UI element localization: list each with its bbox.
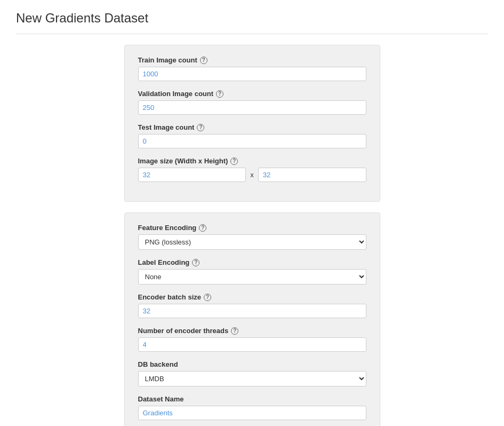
- image-size-row: x: [138, 168, 366, 182]
- test-image-count-help-icon[interactable]: ?: [197, 124, 204, 131]
- feature-encoding-group: Feature Encoding ? PNG (lossless) JPEG N…: [138, 224, 366, 250]
- feature-encoding-select[interactable]: PNG (lossless) JPEG None: [138, 234, 366, 250]
- train-image-count-help-icon[interactable]: ?: [200, 57, 207, 64]
- image-size-label-text: Image size (Width x Height): [138, 157, 228, 165]
- image-size-help-icon[interactable]: ?: [230, 157, 238, 165]
- test-image-count-group: Test Image count ?: [138, 123, 366, 148]
- feature-encoding-label-text: Feature Encoding: [138, 224, 197, 232]
- validation-image-count-label: Validation Image count ?: [138, 90, 366, 98]
- dataset-name-input[interactable]: [138, 406, 366, 420]
- validation-image-count-group: Validation Image count ?: [138, 90, 366, 115]
- image-width-input[interactable]: [138, 168, 246, 182]
- encoder-batch-size-label: Encoder batch size ?: [138, 293, 366, 301]
- encoding-settings-card: Feature Encoding ? PNG (lossless) JPEG N…: [124, 212, 380, 426]
- test-image-count-label-text: Test Image count: [138, 123, 195, 131]
- label-encoding-label: Label Encoding ?: [138, 258, 366, 266]
- db-backend-select[interactable]: LMDB HDF5: [138, 371, 366, 386]
- db-backend-label: DB backend: [138, 360, 366, 368]
- train-image-count-input[interactable]: [138, 67, 366, 81]
- encoder-batch-size-input[interactable]: [138, 304, 366, 318]
- image-size-label: Image size (Width x Height) ?: [138, 157, 366, 165]
- image-size-group: Image size (Width x Height) ? x: [138, 157, 366, 182]
- label-encoding-help-icon[interactable]: ?: [192, 259, 199, 266]
- test-image-count-label: Test Image count ?: [138, 123, 366, 131]
- encoder-threads-input[interactable]: [138, 337, 366, 352]
- test-image-count-input[interactable]: [138, 134, 366, 148]
- page-title: New Gradients Dataset: [16, 11, 488, 26]
- image-size-separator: x: [250, 171, 254, 179]
- image-height-input[interactable]: [258, 168, 366, 182]
- validation-image-count-input[interactable]: [138, 100, 366, 115]
- train-image-count-group: Train Image count ?: [138, 56, 366, 81]
- label-encoding-group: Label Encoding ? None One-hot Scalar: [138, 258, 366, 285]
- label-encoding-label-text: Label Encoding: [138, 258, 190, 266]
- label-encoding-select[interactable]: None One-hot Scalar: [138, 269, 366, 285]
- encoder-batch-size-group: Encoder batch size ?: [138, 293, 366, 318]
- dataset-name-label-text: Dataset Name: [138, 395, 184, 403]
- dataset-name-label: Dataset Name: [138, 395, 366, 403]
- feature-encoding-help-icon[interactable]: ?: [199, 224, 206, 232]
- encoder-threads-group: Number of encoder threads ?: [138, 327, 366, 352]
- train-image-count-label: Train Image count ?: [138, 56, 366, 64]
- db-backend-label-text: DB backend: [138, 360, 178, 368]
- image-counts-card: Train Image count ? Validation Image cou…: [124, 45, 380, 202]
- validation-image-count-help-icon[interactable]: ?: [216, 90, 223, 98]
- dataset-name-group: Dataset Name: [138, 395, 366, 420]
- feature-encoding-label: Feature Encoding ?: [138, 224, 366, 232]
- validation-image-count-label-text: Validation Image count: [138, 90, 214, 98]
- db-backend-group: DB backend LMDB HDF5: [138, 360, 366, 386]
- divider: [16, 34, 488, 34]
- encoder-threads-label: Number of encoder threads ?: [138, 327, 366, 335]
- encoder-threads-label-text: Number of encoder threads: [138, 327, 229, 335]
- encoder-batch-size-help-icon[interactable]: ?: [204, 294, 211, 301]
- train-image-count-label-text: Train Image count: [138, 56, 197, 64]
- encoder-threads-help-icon[interactable]: ?: [231, 327, 238, 335]
- encoder-batch-size-label-text: Encoder batch size: [138, 293, 201, 301]
